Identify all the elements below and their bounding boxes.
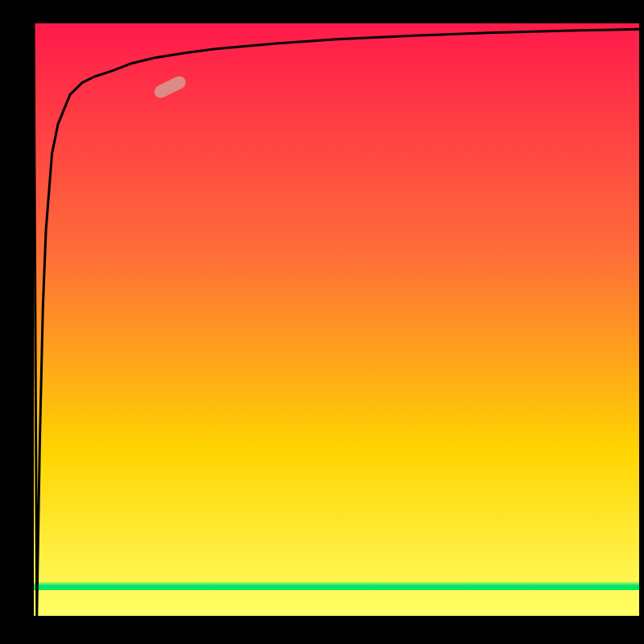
frame-top xyxy=(0,0,644,23)
bottleneck-curve xyxy=(34,23,639,616)
frame-left xyxy=(0,0,34,644)
chart-stage: TheBottleneck.com xyxy=(0,0,644,644)
curve-svg xyxy=(34,23,639,616)
frame-bottom xyxy=(0,616,644,644)
plot-area xyxy=(34,23,639,616)
highlight-marker xyxy=(152,74,188,101)
frame-right xyxy=(639,0,644,644)
